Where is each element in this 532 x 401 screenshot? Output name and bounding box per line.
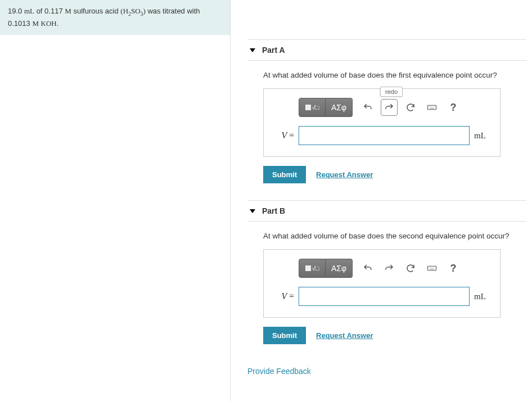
part-b-request-answer-link[interactable]: Request Answer [316,331,373,340]
reset-icon [405,102,416,112]
base-formula: KOH [41,19,57,28]
help-button[interactable]: ? [445,260,462,277]
left-column: 19.0 mL of 0.117 M sulfurous acid (H2SO3… [0,0,231,401]
keyboard-button[interactable] [423,260,440,277]
reset-icon [405,263,416,273]
part-a-submit-button[interactable]: Submit [263,166,306,183]
part-b-answer-box: √□ ΑΣφ ? V = mL [263,249,501,318]
part-b-body: At what added volume of base does the se… [247,222,526,361]
right-column: Part A At what added volume of base does… [231,0,532,401]
part-a-answer-box: √□ ΑΣφ redo ? [263,88,501,157]
part-a-body: At what added volume of base does the fi… [247,61,526,200]
vol-value: 19.0 [8,7,22,15]
collapse-icon [250,209,255,213]
reset-button[interactable] [402,260,419,277]
part-b-submit-button[interactable]: Submit [263,327,306,344]
undo-icon [363,102,373,112]
part-a-header[interactable]: Part A [247,39,526,61]
part-b-title: Part B [262,206,285,215]
provide-feedback-link[interactable]: Provide Feedback [247,367,526,376]
undo-button[interactable] [359,99,376,116]
part-a-prompt: At what added volume of base does the fi… [263,71,526,79]
part-a-title: Part A [262,46,285,55]
svg-rect-0 [428,105,436,110]
molar2: M [32,19,39,28]
template-button[interactable]: √□ [299,98,326,117]
keyboard-icon [427,102,437,112]
redo-button[interactable] [381,99,398,116]
part-a-var: V = [273,130,294,141]
greek-button[interactable]: ΑΣφ [326,98,353,117]
keyboard-button[interactable] [423,99,440,116]
part-a-equation-row: V = mL [273,126,491,145]
help-button[interactable]: ? [445,99,462,116]
vol-unit: mL [24,7,34,15]
acid-name: sulfurous acid [73,7,118,15]
conc2-value: 0.1013 [8,19,30,28]
undo-button[interactable] [359,260,376,277]
part-b-equation-row: V = mL [273,287,491,306]
greek-button[interactable]: ΑΣφ [326,259,353,278]
part-a-input[interactable] [299,126,470,145]
redo-icon [384,102,394,112]
undo-icon [363,263,373,273]
part-a-actions: Submit Request Answer [263,166,526,183]
collapse-icon [250,48,255,52]
part-b-var: V = [273,291,294,301]
reset-button[interactable] [402,99,419,116]
molar1: M [65,7,71,15]
redo-tooltip: redo [380,87,403,97]
part-b-header[interactable]: Part B [247,200,526,222]
redo-icon [384,263,394,273]
svg-rect-7 [428,266,436,271]
part-a-unit: mL [474,131,491,141]
formula: (H2SO3) [120,7,145,15]
titrated-text: was titrated with [147,7,200,15]
conc1-value: 0.117 [44,7,63,15]
part-b-input[interactable] [299,287,470,306]
redo-button[interactable] [381,260,398,277]
part-a-request-answer-link[interactable]: Request Answer [316,170,373,179]
template-button[interactable]: √□ [299,259,326,278]
of-word: of [37,7,43,15]
part-b-toolbar: √□ ΑΣφ ? [299,259,491,278]
part-b-actions: Submit Request Answer [263,327,526,344]
part-b-unit: mL [474,292,491,301]
problem-statement: 19.0 mL of 0.117 M sulfurous acid (H2SO3… [0,0,230,35]
part-a-toolbar: √□ ΑΣφ redo ? [299,98,491,117]
part-b-prompt: At what added volume of base does the se… [263,232,526,240]
keyboard-icon [427,263,437,273]
